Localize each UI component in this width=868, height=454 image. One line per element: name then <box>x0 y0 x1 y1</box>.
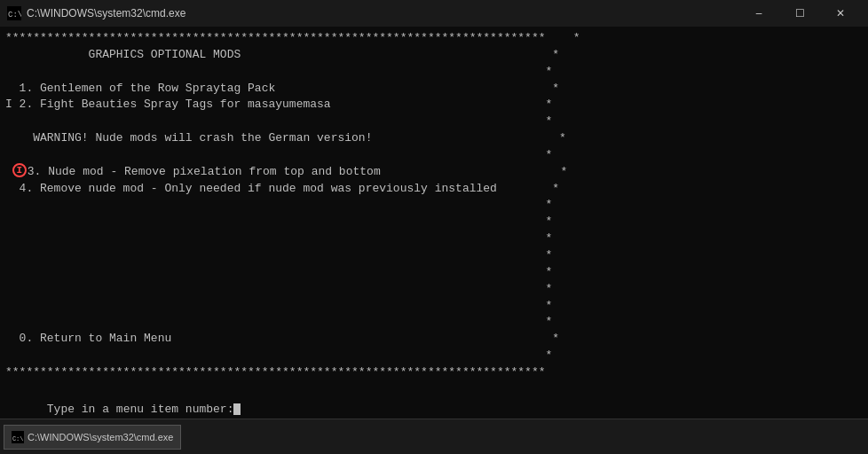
blank-line-4: * <box>5 197 863 214</box>
blank-line-11: * <box>5 314 863 331</box>
blank-line-9: * <box>5 281 863 298</box>
bottom-stars-line: ****************************************… <box>5 364 863 381</box>
maximize-button[interactable]: ☐ <box>779 0 820 27</box>
window: C:\ C:\WINDOWS\system32\cmd.exe – ☐ ✕ **… <box>0 0 868 454</box>
title-bar-controls: – ☐ ✕ <box>738 0 861 27</box>
taskbar-item-label: C:\WINDOWS\system32\cmd.exe <box>28 432 173 442</box>
blank-line-5: * <box>5 214 863 231</box>
blank-line-8: * <box>5 264 863 281</box>
taskbar-cmd-item[interactable]: C:\ C:\WINDOWS\system32\cmd.exe <box>4 425 181 450</box>
blank-line-10: * <box>5 298 863 315</box>
warning-line: WARNING! Nude mods will crash the German… <box>5 130 863 147</box>
blank-line-1: * <box>5 64 863 81</box>
minimize-button[interactable]: – <box>738 0 779 27</box>
prompt-text: Type in a menu item number: <box>47 403 234 416</box>
item-3-line: I3. Nude mod - Remove pixelation from to… <box>5 164 863 181</box>
terminal-body: ****************************************… <box>0 27 868 419</box>
item-4-line: 4. Remove nude mod - Only needed if nude… <box>5 181 863 198</box>
top-stars-line: ****************************************… <box>5 30 863 47</box>
cursor <box>233 403 241 415</box>
title-line: GRAPHICS OPTIONAL MODS * <box>5 47 863 64</box>
cmd-icon: C:\ <box>7 6 21 20</box>
title-bar-text: C:\WINDOWS\system32\cmd.exe <box>27 7 738 20</box>
item-0-line: 0. Return to Main Menu * <box>5 331 863 348</box>
blank-line-3: * <box>5 147 863 164</box>
svg-text:C:\: C:\ <box>12 434 24 442</box>
input-prompt-line: Type in a menu item number: <box>5 385 863 419</box>
item-3-marker: I <box>12 163 27 177</box>
blank-line-2: * <box>5 114 863 130</box>
svg-text:C:\: C:\ <box>8 11 21 20</box>
close-button[interactable]: ✕ <box>820 0 861 27</box>
title-bar: C:\ C:\WINDOWS\system32\cmd.exe – ☐ ✕ <box>0 0 868 27</box>
blank-line-7: * <box>5 247 863 264</box>
blank-line-6: * <box>5 231 863 247</box>
blank-line-12: * <box>5 348 863 364</box>
item-1-line: 1. Gentlemen of the Row Spraytag Pack * <box>5 81 863 98</box>
taskbar-cmd-icon: C:\ <box>12 431 24 443</box>
taskbar: C:\ C:\WINDOWS\system32\cmd.exe <box>0 419 868 454</box>
item-2-line: I 2. Fight Beauties Spray Tags for masay… <box>5 97 863 114</box>
